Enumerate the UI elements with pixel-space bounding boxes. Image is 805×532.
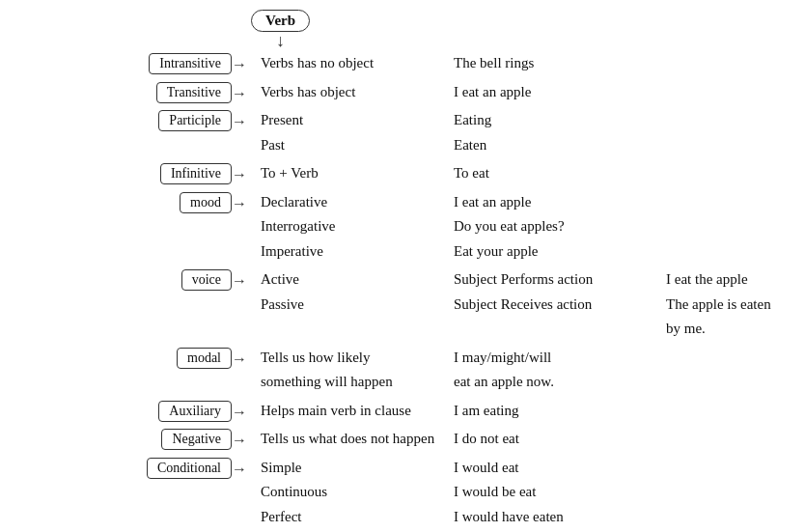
content-col-intransitive: Verbs has no objectThe bell rings — [261, 51, 786, 76]
node-box-conditional: Conditional — [147, 458, 232, 479]
node-box-voice: voice — [181, 269, 232, 291]
col3-negative-0: I do not eat — [454, 427, 786, 452]
label-col-participle: Participle — [19, 108, 232, 131]
label-col-modal: modal — [19, 346, 232, 369]
verb-node: Verb — [251, 10, 310, 32]
node-box-mood: mood — [180, 192, 232, 213]
col1-mood-2: Imperative — [261, 239, 454, 265]
row-modal: modal→Tells us how likelyI may/might/wil… — [19, 346, 786, 395]
col3-infinitive-0: To eat — [454, 161, 786, 186]
label-col-transitive: Transitive — [19, 80, 232, 103]
col3-voice-0: I eat the apple — [666, 267, 786, 293]
label-col-negative: Negative — [19, 427, 232, 450]
arrow-conditional: → — [232, 456, 261, 478]
node-box-intransitive: Intransitive — [149, 53, 232, 74]
row-conditional: Conditional→SimpleI would eatContinuousI… — [19, 456, 786, 533]
content-col-negative: Tells us what does not happenI do not ea… — [261, 427, 786, 452]
content-col-infinitive: To + VerbTo eat — [261, 161, 786, 186]
col3-participle-1: Eaten — [454, 133, 786, 158]
arrow-negative: → — [232, 427, 261, 449]
col3-conditional-1: I would be eat — [454, 480, 786, 505]
row-intransitive: Intransitive→Verbs has no objectThe bell… — [19, 51, 786, 76]
down-arrow: ↓ — [276, 32, 285, 49]
row-auxiliary: Auxiliary→Helps main verb in clauseI am … — [19, 399, 786, 424]
arrow-modal: → — [232, 346, 261, 368]
content-line-participle-1: PastEaten — [261, 133, 786, 158]
content-line-conditional-1: ContinuousI would be eat — [261, 480, 786, 505]
content-line-mood-1: InterrogativeDo you eat apples? — [261, 214, 786, 239]
content-line-voice-0: ActiveSubject Performs actionI eat the a… — [261, 267, 786, 293]
node-box-negative: Negative — [161, 429, 232, 450]
content-line-conditional-0: SimpleI would eat — [261, 456, 786, 481]
node-box-modal: modal — [177, 348, 232, 369]
content-line-conditional-2: PerfectI would have eaten — [261, 505, 786, 530]
node-box-auxiliary: Auxiliary — [158, 401, 232, 422]
content-line-modal-0: Tells us how likelyI may/might/will — [261, 346, 786, 371]
col3-auxiliary-0: I am eating — [454, 399, 786, 424]
col3-mood-0: I eat an apple — [454, 190, 786, 215]
col1-auxiliary-0: Helps main verb in clause — [261, 399, 454, 424]
content-col-mood: DeclarativeI eat an appleInterrogativeDo… — [261, 190, 786, 265]
node-box-participle: Participle — [158, 110, 232, 131]
col3-conditional-0: I would eat — [454, 456, 786, 481]
col1-voice-1: Passive — [261, 293, 454, 318]
col3-transitive-0: I eat an apple — [454, 80, 786, 105]
label-col-mood: mood — [19, 190, 232, 213]
content-line-intransitive-0: Verbs has no objectThe bell rings — [261, 51, 786, 76]
col1-modal-1: something will happen — [261, 370, 454, 395]
col1-participle-0: Present — [261, 108, 454, 133]
verb-label: Verb — [265, 13, 295, 28]
row-voice: voice→ActiveSubject Performs actionI eat… — [19, 267, 786, 342]
arrow-voice: → — [232, 267, 261, 290]
node-box-transitive: Transitive — [156, 82, 232, 103]
content-line-voice-1: PassiveSubject Receives actionThe apple … — [261, 293, 786, 342]
content-line-negative-0: Tells us what does not happenI do not ea… — [261, 427, 786, 452]
col1-modal-0: Tells us how likely — [261, 346, 454, 371]
content-col-conditional: SimpleI would eatContinuousI would be ea… — [261, 456, 786, 533]
content-line-transitive-0: Verbs has objectI eat an apple — [261, 80, 786, 105]
node-box-infinitive: Infinitive — [160, 163, 232, 184]
content-col-auxiliary: Helps main verb in clauseI am eating — [261, 399, 786, 424]
content-col-transitive: Verbs has objectI eat an apple — [261, 80, 786, 105]
row-infinitive: Infinitive→To + VerbTo eat — [19, 161, 786, 186]
arrow-mood: → — [232, 190, 261, 212]
label-col-auxiliary: Auxiliary — [19, 399, 232, 422]
col3-conditional-2: I would have eaten — [454, 505, 786, 530]
label-col-conditional: Conditional — [19, 456, 232, 479]
col3-participle-0: Eating — [454, 108, 786, 133]
label-col-voice: voice — [19, 267, 232, 291]
content-line-modal-1: something will happeneat an apple now. — [261, 370, 786, 395]
col1-conditional-1: Continuous — [261, 480, 454, 505]
col1-mood-0: Declarative — [261, 190, 454, 215]
col3-mood-1: Do you eat apples? — [454, 214, 786, 239]
content-line-auxiliary-0: Helps main verb in clauseI am eating — [261, 399, 786, 424]
verb-diagram: Verb ↓ Intransitive→Verbs has no objectT… — [19, 10, 786, 532]
col1-conditional-0: Simple — [261, 456, 454, 481]
col1-negative-0: Tells us what does not happen — [261, 427, 454, 452]
content-col-voice: ActiveSubject Performs actionI eat the a… — [261, 267, 786, 342]
col1-mood-1: Interrogative — [261, 214, 454, 239]
col2-voice-1: Subject Receives action — [454, 293, 666, 318]
col1-infinitive-0: To + Verb — [261, 161, 454, 186]
row-mood: mood→DeclarativeI eat an appleInterrogat… — [19, 190, 786, 265]
col3-modal-1: eat an apple now. — [454, 370, 786, 395]
col3-mood-2: Eat your apple — [454, 239, 786, 265]
label-col-infinitive: Infinitive — [19, 161, 232, 184]
rows-container: Intransitive→Verbs has no objectThe bell… — [19, 51, 786, 532]
col3-modal-0: I may/might/will — [454, 346, 786, 371]
col3-voice-1: The apple is eaten by me. — [666, 293, 786, 342]
row-participle: Participle→PresentEatingPastEaten — [19, 108, 786, 157]
content-col-participle: PresentEatingPastEaten — [261, 108, 786, 157]
col3-intransitive-0: The bell rings — [454, 51, 786, 76]
row-transitive: Transitive→Verbs has objectI eat an appl… — [19, 80, 786, 105]
col1-intransitive-0: Verbs has no object — [261, 51, 454, 76]
arrow-intransitive: → — [232, 51, 261, 73]
label-col-intransitive: Intransitive — [19, 51, 232, 74]
content-line-infinitive-0: To + VerbTo eat — [261, 161, 786, 186]
col1-voice-0: Active — [261, 267, 454, 293]
verb-root: Verb ↓ — [251, 10, 310, 49]
arrow-transitive: → — [232, 80, 261, 102]
content-line-mood-2: ImperativeEat your apple — [261, 239, 786, 265]
arrow-infinitive: → — [232, 161, 261, 183]
col1-conditional-2: Perfect — [261, 505, 454, 530]
